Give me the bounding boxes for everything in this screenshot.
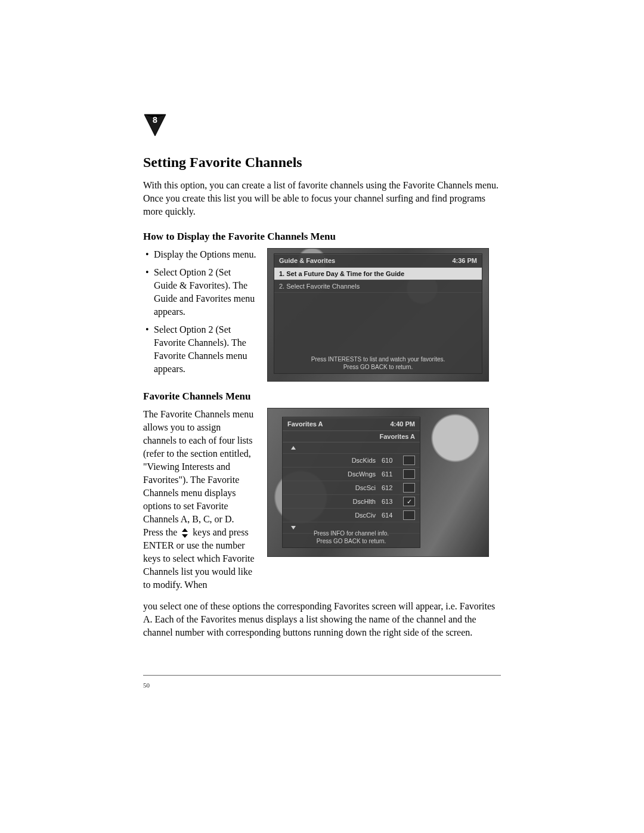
footer-rule: [143, 675, 501, 676]
favorite-checkbox: [403, 483, 415, 493]
channel-name: DscSci: [287, 484, 378, 492]
menu-row-selected: 1. Set a Future Day & Time for the Guide: [274, 268, 482, 280]
section-title: Setting Favorite Channels: [143, 113, 501, 171]
channel-number: 610: [382, 456, 400, 465]
channel-row: DscSci612: [283, 481, 420, 495]
arrow-up-icon: [290, 444, 297, 451]
menu-row: 2. Select Favorite Channels: [274, 280, 482, 293]
favorite-menu-paragraph-cont: you select one of these options the corr…: [143, 600, 501, 639]
panel-title: Favorites A: [287, 420, 323, 428]
favorite-checkbox: [403, 456, 415, 465]
intro-paragraph: With this option, you can create a list …: [143, 179, 501, 218]
channel-row: DscKids610: [283, 454, 420, 467]
channel-name: DscCiv: [287, 511, 378, 519]
channel-name: DscKids: [287, 456, 378, 465]
channel-number: 611: [382, 470, 400, 478]
channel-number: 612: [382, 484, 400, 492]
text-run: The Favorite Channels menu allows you to…: [143, 409, 253, 537]
page-number: 50: [143, 681, 150, 689]
subhead-display-menu: How to Display the Favorite Channels Men…: [143, 230, 501, 243]
panel-footer-line: Press INFO for channel info.: [286, 529, 416, 537]
column-header: Favorites A: [379, 432, 415, 441]
channel-row: DscCiv614: [283, 509, 420, 522]
steps-list: Display the Options menu. Select Option …: [143, 248, 256, 376]
channel-row: DscHlth613✓: [283, 495, 420, 509]
list-item: Display the Options menu.: [143, 248, 256, 261]
panel-time: 4:40 PM: [390, 420, 415, 428]
channel-name: DscHlth: [287, 497, 378, 506]
favorite-menu-paragraph-left: The Favorite Channels menu allows you to…: [143, 408, 256, 592]
favorite-checkbox: ✓: [403, 497, 415, 506]
list-item: Select Option 2 (Set Guide & Favorites).…: [143, 266, 256, 318]
page-content: Setting Favorite Channels With this opti…: [143, 113, 501, 651]
channel-number: 613: [382, 497, 400, 506]
subhead-favorite-menu: Favorite Channels Menu: [143, 390, 501, 403]
favorite-checkbox: [403, 510, 415, 520]
panel-footer-line: Press INTERESTS to list and watch your f…: [278, 355, 478, 363]
panel-time: 4:36 PM: [452, 256, 477, 265]
screenshot-favorites-a: Favorites A 4:40 PM Favorites A DscKids6…: [267, 408, 489, 557]
panel-title: Guide & Favorites: [279, 256, 335, 265]
up-down-keys-icon: [181, 528, 189, 538]
channel-row: DscWngs611: [283, 467, 420, 481]
panel-footer-line: Press GO BACK to return.: [286, 537, 416, 545]
panel-footer-line: Press GO BACK to return.: [278, 363, 478, 371]
favorite-checkbox: [403, 469, 415, 479]
channel-name: DscWngs: [287, 470, 378, 478]
channel-number: 614: [382, 511, 400, 519]
list-item: Select Option 2 (Set Favorite Channels).…: [143, 323, 256, 376]
screenshot-guide-favorites: Guide & Favorites 4:36 PM 1. Set a Futur…: [267, 248, 489, 382]
